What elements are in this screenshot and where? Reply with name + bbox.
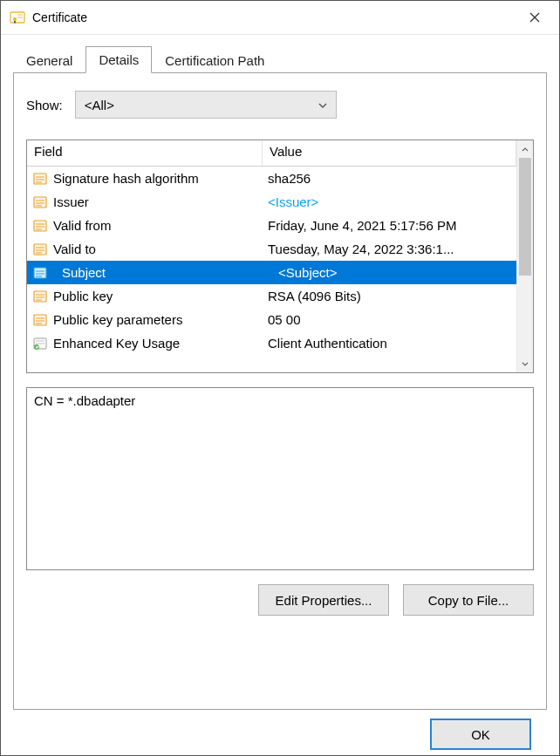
tab-details[interactable]: Details (85, 46, 152, 73)
field-icon (27, 337, 51, 351)
field-icon (27, 195, 51, 209)
scroll-thumb[interactable] (519, 158, 531, 276)
row-field: Enhanced Key Usage (51, 336, 263, 351)
list-row[interactable]: Signature hash algorithm sha256 (27, 167, 516, 190)
row-field: Public key (51, 289, 263, 303)
ok-button[interactable]: OK (430, 719, 531, 750)
row-field: Issuer (51, 194, 263, 209)
row-value: <Issuer> (263, 194, 516, 209)
show-dropdown-value: <All> (85, 98, 114, 112)
field-icon (27, 289, 51, 303)
list-row[interactable]: Public key RSA (4096 Bits) (27, 284, 516, 308)
tab-certification-path[interactable]: Certification Path (152, 47, 277, 73)
field-icon (27, 219, 51, 233)
show-dropdown[interactable]: <All> (75, 91, 337, 119)
row-value: sha256 (263, 171, 516, 186)
field-icon (27, 313, 51, 327)
column-value[interactable]: Value (263, 140, 516, 166)
row-value: RSA (4096 Bits) (263, 289, 516, 303)
scroll-down-icon[interactable] (517, 355, 533, 372)
certificate-icon (10, 10, 25, 25)
list-row[interactable]: Subject <Subject> (27, 261, 516, 284)
list-row[interactable]: Valid from Friday, June 4, 2021 5:17:56 … (27, 214, 516, 237)
scroll-up-icon[interactable] (517, 140, 533, 158)
listview-header: Field Value (27, 140, 516, 167)
field-icon (27, 172, 51, 186)
row-field: Valid from (51, 218, 263, 233)
row-value: 05 00 (263, 312, 516, 327)
copy-to-file-button[interactable]: Copy to File... (403, 584, 534, 616)
show-label: Show: (26, 98, 63, 112)
window-title: Certificate (32, 10, 516, 24)
detail-pane[interactable]: CN = *.dbadapter (26, 387, 534, 570)
list-row[interactable]: Valid to Tuesday, May 24, 2022 3:36:1... (27, 237, 516, 261)
column-field[interactable]: Field (27, 140, 263, 166)
row-value: Friday, June 4, 2021 5:17:56 PM (263, 218, 516, 233)
svg-point-1 (13, 17, 17, 21)
field-icon (27, 242, 51, 256)
titlebar: Certificate (1, 1, 559, 34)
row-value: <Subject> (263, 265, 516, 280)
row-value: Tuesday, May 24, 2022 3:36:1... (263, 242, 516, 256)
chevron-down-icon (318, 99, 327, 111)
row-field: Public key parameters (51, 312, 263, 327)
row-value: Client Authentication (263, 336, 516, 351)
row-field: Valid to (51, 242, 263, 256)
row-field: Signature hash algorithm (51, 171, 263, 186)
tab-general[interactable]: General (13, 47, 85, 73)
edit-properties-button[interactable]: Edit Properties... (258, 584, 389, 616)
tabstrip: General Details Certification Path (13, 44, 547, 73)
tab-body: Show: <All> Field Value Signature hash a… (13, 73, 547, 710)
close-button[interactable] (516, 5, 554, 30)
svg-point-35 (34, 344, 39, 350)
field-icon (27, 266, 51, 280)
row-field: Subject (51, 265, 263, 280)
scrollbar[interactable] (516, 140, 533, 372)
list-row[interactable]: Issuer <Issuer> (27, 190, 516, 214)
list-row[interactable]: Enhanced Key Usage Client Authentication (27, 331, 516, 355)
list-row[interactable]: Public key parameters 05 00 (27, 308, 516, 331)
fields-listview: Field Value Signature hash algorithm sha… (26, 140, 534, 373)
